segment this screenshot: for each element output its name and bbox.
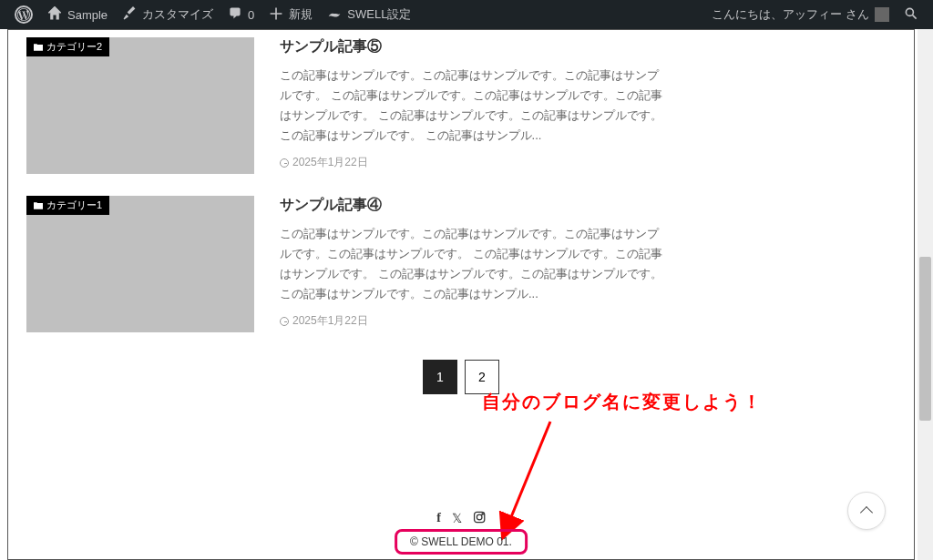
facebook-icon[interactable]: f xyxy=(436,511,441,526)
post-date: 2025年1月22日 xyxy=(280,313,662,329)
svg-point-0 xyxy=(906,8,913,15)
scroll-to-top-button[interactable] xyxy=(847,492,886,530)
post-excerpt: この記事はサンプルです。この記事はサンプルです。この記事はサンプルです。 この記… xyxy=(280,66,662,146)
page-number-current[interactable]: 1 xyxy=(423,360,457,394)
new-content-menu[interactable]: 新規 xyxy=(261,0,320,29)
svg-point-4 xyxy=(482,514,483,514)
admin-bar-right: こんにちは、アッフィー さん xyxy=(704,0,926,29)
page-frame: カテゴリー2 サンプル記事⑤ この記事はサンプルです。この記事はサンプルです。こ… xyxy=(7,29,915,560)
user-greeting[interactable]: こんにちは、アッフィー さん xyxy=(704,0,897,29)
annotation-text: 自分のブログ名に変更しよう！ xyxy=(482,390,763,414)
date-text: 2025年1月22日 xyxy=(292,155,368,170)
x-twitter-icon[interactable]: 𝕏 xyxy=(452,511,462,526)
home-icon xyxy=(47,6,62,24)
comment-icon xyxy=(228,6,242,24)
post-body: サンプル記事④ この記事はサンプルです。この記事はサンプルです。この記事はサンプ… xyxy=(280,196,662,332)
copyright: © SWELL DEMO 01. xyxy=(395,529,528,555)
clock-icon xyxy=(280,158,289,168)
search-icon xyxy=(904,6,918,24)
avatar xyxy=(875,7,889,22)
plus-icon xyxy=(269,6,283,24)
new-label: 新規 xyxy=(289,6,313,23)
folder-icon xyxy=(34,200,43,211)
wp-logo-menu[interactable] xyxy=(7,0,40,29)
swell-settings-menu[interactable]: SWELL設定 xyxy=(320,0,418,29)
folder-icon xyxy=(34,42,43,53)
comments-menu[interactable]: 0 xyxy=(220,0,261,29)
scrollbar-thumb[interactable] xyxy=(919,257,931,421)
greeting-text: こんにちは、アッフィー さん xyxy=(712,6,869,23)
search-toggle[interactable] xyxy=(897,0,926,29)
scrollbar-track[interactable] xyxy=(918,29,933,560)
wp-admin-bar: Sample カスタマイズ 0 新規 SWELL設定 xyxy=(0,0,933,29)
post-item[interactable]: カテゴリー2 サンプル記事⑤ この記事はサンプルです。この記事はサンプルです。こ… xyxy=(26,37,896,174)
social-icons: f 𝕏 xyxy=(436,511,486,526)
swell-label: SWELL設定 xyxy=(347,6,411,23)
category-tag[interactable]: カテゴリー2 xyxy=(26,37,109,56)
site-name-menu[interactable]: Sample xyxy=(40,0,115,29)
site-name-label: Sample xyxy=(67,8,108,22)
post-item[interactable]: カテゴリー1 サンプル記事④ この記事はサンプルです。この記事はサンプルです。こ… xyxy=(26,196,896,332)
post-date: 2025年1月22日 xyxy=(280,155,662,170)
category-label: カテゴリー2 xyxy=(46,40,102,54)
post-thumbnail: カテゴリー2 xyxy=(26,37,254,174)
post-title[interactable]: サンプル記事⑤ xyxy=(280,37,662,56)
post-body: サンプル記事⑤ この記事はサンプルです。この記事はサンプルです。この記事はサンプ… xyxy=(280,37,662,174)
category-label: カテゴリー1 xyxy=(46,199,102,212)
wordpress-logo-icon xyxy=(15,5,33,24)
pagination: 1 2 xyxy=(26,360,896,394)
category-tag[interactable]: カテゴリー1 xyxy=(26,196,109,215)
post-title[interactable]: サンプル記事④ xyxy=(280,196,662,215)
comments-count: 0 xyxy=(248,8,254,22)
post-thumbnail: カテゴリー1 xyxy=(26,196,254,332)
admin-bar-left: Sample カスタマイズ 0 新規 SWELL設定 xyxy=(7,0,418,29)
svg-point-3 xyxy=(477,514,482,520)
post-excerpt: この記事はサンプルです。この記事はサンプルです。この記事はサンプルです。この記事… xyxy=(280,224,662,304)
customize-label: カスタマイズ xyxy=(142,6,213,23)
svg-line-1 xyxy=(507,422,550,528)
brush-icon xyxy=(122,6,137,24)
clock-icon xyxy=(280,317,289,326)
date-text: 2025年1月22日 xyxy=(292,313,368,329)
content-area: カテゴリー2 サンプル記事⑤ この記事はサンプルです。この記事はサンプルです。こ… xyxy=(8,30,914,394)
annotation-arrow xyxy=(496,408,569,545)
customize-menu[interactable]: カスタマイズ xyxy=(115,0,220,29)
swell-icon xyxy=(327,6,342,24)
chevron-up-icon xyxy=(860,506,873,519)
instagram-icon[interactable] xyxy=(473,511,486,526)
